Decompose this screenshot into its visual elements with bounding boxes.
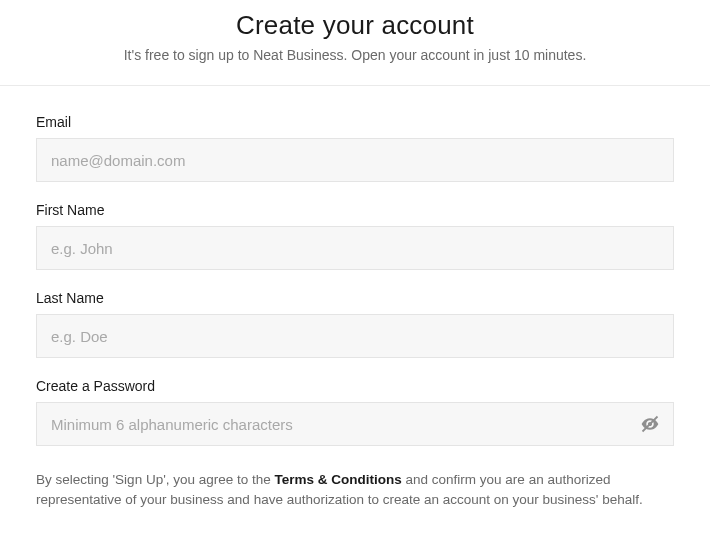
terms-prefix: By selecting 'Sign Up', you agree to the (36, 472, 275, 487)
last-name-label: Last Name (36, 290, 674, 306)
password-group: Create a Password (36, 378, 674, 446)
eye-hidden-icon[interactable] (640, 414, 660, 434)
signup-form: Email First Name Last Name Create a Pass… (0, 86, 710, 511)
page-subtitle: It's free to sign up to Neat Business. O… (0, 47, 710, 63)
first-name-label: First Name (36, 202, 674, 218)
email-field[interactable] (36, 138, 674, 182)
last-name-group: Last Name (36, 290, 674, 358)
email-label: Email (36, 114, 674, 130)
page-header: Create your account It's free to sign up… (0, 0, 710, 86)
email-group: Email (36, 114, 674, 182)
terms-link[interactable]: Terms & Conditions (275, 472, 402, 487)
first-name-field[interactable] (36, 226, 674, 270)
page-title: Create your account (0, 10, 710, 41)
password-field[interactable] (36, 402, 674, 446)
password-label: Create a Password (36, 378, 674, 394)
first-name-group: First Name (36, 202, 674, 270)
last-name-field[interactable] (36, 314, 674, 358)
terms-text: By selecting 'Sign Up', you agree to the… (36, 470, 674, 511)
